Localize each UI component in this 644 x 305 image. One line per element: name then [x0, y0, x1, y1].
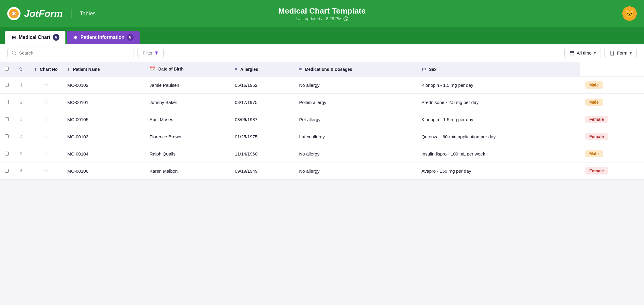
dob-cell: 03/17/1975	[230, 94, 294, 111]
sex-header[interactable]: 🏷 Sex	[417, 62, 580, 76]
sex-badge: Male	[585, 150, 603, 157]
star-icon[interactable]: ☆	[43, 99, 48, 105]
checkbox-header[interactable]	[0, 62, 14, 76]
chart-no-cell: MC-00101	[62, 94, 145, 111]
row-checkbox[interactable]	[5, 83, 9, 87]
svg-point-3	[12, 51, 15, 54]
filter-button[interactable]: Filter	[137, 48, 164, 58]
row-checkbox[interactable]	[5, 100, 9, 104]
medications-cell: Klonopin - 1.5 mg per day	[417, 76, 580, 94]
last-updated: Last updated at 8:28 PM	[278, 16, 366, 21]
row-checkbox[interactable]	[5, 152, 9, 156]
row-checkbox-cell[interactable]	[0, 111, 14, 128]
patient-name-cell: Jamie Paulsen	[145, 76, 230, 94]
star-cell[interactable]: ☆	[29, 94, 62, 111]
chart-no-cell: MC-00102	[62, 76, 145, 94]
star-cell[interactable]: ☆	[29, 162, 62, 180]
form-icon	[610, 51, 614, 55]
allergies-cell: Latex allergy	[294, 128, 417, 145]
sex-cell: Female	[580, 162, 644, 180]
sex-cell: Male	[580, 76, 644, 94]
chart-no-cell: MC-00106	[62, 162, 145, 180]
filter-icon	[154, 51, 159, 55]
tab-patient-information[interactable]: ⊞ Patient Information 6	[67, 31, 140, 44]
header-center: Medical Chart Template Last updated at 8…	[278, 6, 366, 21]
row-checkbox[interactable]	[5, 117, 9, 121]
row-checkbox-cell[interactable]	[0, 162, 14, 180]
medications-col-icon: ≡	[299, 67, 302, 72]
sex-cell: Female	[580, 111, 644, 128]
dob-cell: 08/06/1987	[230, 111, 294, 128]
sex-badge: Male	[585, 99, 603, 106]
star-cell[interactable]: ☆	[29, 76, 62, 94]
search-container[interactable]	[7, 48, 134, 58]
star-icon[interactable]: ☆	[43, 116, 48, 122]
allergies-header[interactable]: ≡ Allergies	[230, 62, 294, 76]
table-row: 4 ☆ MC-00103 Florence Brown 01/25/1975 L…	[0, 128, 644, 145]
row-checkbox-cell[interactable]	[0, 128, 14, 145]
sort-header[interactable]	[14, 62, 29, 76]
data-table-container: T Chart No T Patient Name 📅 Date of Birt…	[0, 62, 644, 180]
header-divider	[71, 9, 71, 18]
dob-cell: 09/19/1949	[230, 162, 294, 180]
medications-header[interactable]: ≡ Medications & Dosages	[294, 62, 417, 76]
star-cell[interactable]: ☆	[29, 111, 62, 128]
svg-point-1	[13, 12, 15, 15]
chart-no-col-icon: T	[34, 67, 37, 72]
sex-badge: Male	[585, 81, 603, 89]
medical-chart-table: T Chart No T Patient Name 📅 Date of Birt…	[0, 62, 644, 180]
star-icon[interactable]: ☆	[43, 134, 48, 140]
sex-cell: Female	[580, 128, 644, 145]
sex-cell: Male	[580, 94, 644, 111]
star-icon[interactable]: ☆	[43, 82, 48, 88]
toolbar-right: All time ▾ Form ▾	[564, 48, 637, 58]
alltime-dropdown[interactable]: All time ▾	[564, 48, 601, 58]
row-number: 2	[14, 94, 29, 111]
patient-name-cell: Johnny Baker	[145, 94, 230, 111]
tab-medical-chart[interactable]: ⊞ Medical Chart 6	[5, 31, 65, 44]
allergies-cell: No allergy	[294, 162, 417, 180]
row-number: 1	[14, 76, 29, 94]
form-label: Form	[617, 50, 627, 55]
chart-no-header[interactable]: T Chart No	[29, 62, 62, 76]
row-checkbox-cell[interactable]	[0, 145, 14, 162]
star-cell[interactable]: ☆	[29, 128, 62, 145]
table-header-row: T Chart No T Patient Name 📅 Date of Birt…	[0, 62, 644, 76]
form-dropdown[interactable]: Form ▾	[605, 48, 637, 58]
allergies-cell: Pet allergy	[294, 111, 417, 128]
medications-cell: Insulin lispro - 100 mL per week	[417, 145, 580, 162]
sort-icon	[18, 67, 23, 72]
chart-no-cell: MC-00105	[62, 111, 145, 128]
dob-header[interactable]: 📅 Date of Birth	[145, 62, 230, 76]
svg-rect-4	[570, 51, 574, 55]
sex-cell: Male	[580, 145, 644, 162]
star-icon[interactable]: ☆	[43, 151, 48, 157]
row-checkbox[interactable]	[5, 169, 9, 173]
star-icon[interactable]: ☆	[43, 168, 48, 174]
search-icon	[12, 51, 17, 55]
select-all-checkbox[interactable]	[5, 67, 9, 71]
medications-cell: Qutenza - 60-min application per day	[417, 128, 580, 145]
sex-badge: Female	[585, 116, 608, 123]
patient-name-header[interactable]: T Patient Name	[62, 62, 145, 76]
sex-badge: Female	[585, 167, 608, 175]
row-checkbox-cell[interactable]	[0, 76, 14, 94]
alltime-label: All time	[577, 50, 592, 55]
page-title: Medical Chart Template	[278, 6, 366, 16]
dob-col-icon: 📅	[150, 66, 155, 71]
tabs-bar: ⊞ Medical Chart 6 ⊞ Patient Information …	[0, 27, 644, 44]
medications-cell: Klonopin - 1.5 mg per day	[417, 111, 580, 128]
section-label: Tables	[80, 11, 96, 17]
alltime-chevron-icon: ▾	[594, 51, 596, 55]
sex-col-icon: 🏷	[421, 67, 426, 72]
tab-patient-info-label: Patient Information	[80, 35, 125, 40]
row-checkbox-cell[interactable]	[0, 94, 14, 111]
dob-cell: 11/14/1960	[230, 145, 294, 162]
sex-badge: Female	[585, 133, 608, 140]
row-checkbox[interactable]	[5, 134, 9, 138]
search-input[interactable]	[19, 50, 129, 55]
tab-medical-chart-badge: 6	[53, 34, 59, 41]
dob-cell: 05/16/1952	[230, 76, 294, 94]
star-cell[interactable]: ☆	[29, 145, 62, 162]
user-avatar[interactable]: 🐱	[622, 6, 637, 21]
